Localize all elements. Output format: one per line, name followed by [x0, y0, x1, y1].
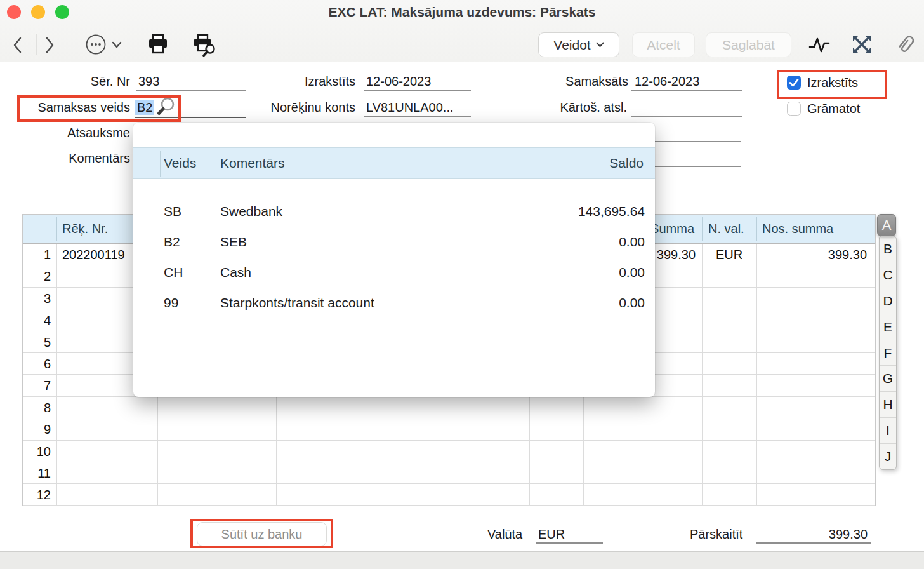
parskaitit-field[interactable]: 399.30 — [756, 527, 868, 542]
izrakstits-date-underline — [364, 90, 471, 91]
kartos-atsl-underline[interactable] — [631, 116, 742, 117]
gramatot-checkbox-label: Grāmatot — [807, 102, 860, 116]
komentars-label: Komentārs — [38, 151, 130, 166]
saglabat-button[interactable]: Saglabāt — [706, 32, 791, 57]
ser-nr-underline — [136, 90, 246, 91]
table-row[interactable]: 12 — [23, 484, 875, 505]
paste-special-popup: Veids Komentārs Saldo SB Swedbank 143,69… — [133, 123, 655, 397]
chevron-down-icon — [596, 42, 604, 48]
activity-icon[interactable] — [807, 34, 831, 55]
norekinu-konts-field[interactable]: LV81UNLA00... — [366, 100, 454, 115]
atcelt-button-label: Atcelt — [647, 37, 680, 53]
popup-header: Veids Komentārs Saldo — [133, 147, 655, 179]
print-icon[interactable] — [146, 33, 170, 56]
izrakstits-date-label: Izrakstīts — [267, 74, 355, 89]
ser-nr-label: Sēr. Nr — [38, 74, 130, 89]
tab-g[interactable]: G — [880, 365, 896, 391]
row1-rek-nr[interactable]: 202200119 — [62, 248, 125, 262]
col-header-n-val[interactable]: N. val. — [708, 222, 744, 236]
letter-tab-strip: B C D E F G H I J — [879, 236, 897, 470]
status-bar — [0, 551, 924, 569]
row1-nos-summa[interactable]: 399.30 — [828, 248, 867, 262]
popup-col-saldo[interactable]: Saldo — [609, 156, 644, 171]
annotation-box-send-button — [190, 519, 333, 548]
parskaitit-underline — [756, 542, 871, 544]
table-row[interactable]: 10 — [23, 441, 875, 462]
forward-icon[interactable] — [42, 35, 57, 55]
table-row[interactable]: 8 — [23, 397, 875, 418]
attachment-icon[interactable] — [895, 33, 918, 56]
kartos-atsl-label: Kārtoš. atsl. — [538, 100, 627, 115]
print-preview-icon[interactable] — [192, 33, 220, 58]
ser-nr-field[interactable]: 393 — [138, 74, 159, 89]
tab-i[interactable]: I — [880, 417, 896, 443]
samaksats-label: Samaksāts — [539, 74, 628, 89]
tab-j[interactable]: J — [880, 443, 896, 469]
norekinu-konts-label: Norēķinu konts — [254, 100, 355, 115]
row1-summa[interactable]: 399.30 — [657, 248, 696, 262]
valuta-underline — [536, 542, 603, 544]
col-header-rek-nr[interactable]: Rēķ. Nr. — [62, 222, 108, 236]
row1-n-val[interactable]: EUR — [702, 248, 756, 262]
table-row[interactable]: 9 — [23, 418, 875, 440]
toolbar-divider — [36, 34, 37, 55]
col-header-nos-summa[interactable]: Nos. summa — [762, 222, 833, 236]
tab-e[interactable]: E — [880, 314, 896, 340]
veidot-button-label: Veidot — [553, 37, 590, 53]
back-icon[interactable] — [10, 35, 25, 55]
window-chrome: EXC LAT: Maksājuma uzdevums: Pārskats — [0, 0, 924, 62]
atsauksme-label: Atsauksme — [38, 126, 130, 140]
table-row[interactable]: 11 — [23, 462, 875, 484]
valuta-field[interactable]: EUR — [538, 527, 565, 542]
app-window: EXC LAT: Maksājuma uzdevums: Pārskats — [0, 0, 924, 569]
tab-h[interactable]: H — [880, 391, 896, 417]
veidot-button[interactable]: Veidot — [538, 32, 619, 57]
tab-d[interactable]: D — [880, 288, 896, 314]
popup-col-komentars[interactable]: Komentārs — [220, 156, 285, 171]
saglabat-button-label: Saglabāt — [722, 37, 775, 53]
popup-col-veids[interactable]: Veids — [164, 156, 196, 171]
norekinu-konts-underline — [364, 116, 471, 117]
parskaitit-label: Pārskaitīt — [690, 527, 742, 542]
gramatot-checkbox[interactable] — [787, 102, 801, 116]
tab-f[interactable]: F — [880, 340, 896, 366]
tab-a-selected[interactable]: A — [877, 214, 896, 236]
valuta-label: Valūta — [487, 527, 522, 542]
more-options-icon[interactable] — [85, 34, 126, 55]
izrakstits-date-field[interactable]: 12-06-2023 — [366, 74, 431, 89]
samaksats-underline — [631, 90, 742, 91]
samaksats-field[interactable]: 12-06-2023 — [635, 74, 699, 89]
expand-icon[interactable] — [850, 33, 873, 56]
tab-c[interactable]: C — [880, 262, 896, 288]
window-title: EXC LAT: Maksājuma uzdevums: Pārskats — [0, 4, 924, 20]
annotation-box-samaksas-veids — [17, 95, 181, 122]
atcelt-button[interactable]: Atcelt — [632, 32, 695, 57]
col-header-summa[interactable]: Summa — [650, 222, 694, 236]
annotation-box-izrakstits — [777, 70, 887, 99]
tab-b[interactable]: B — [880, 236, 896, 262]
